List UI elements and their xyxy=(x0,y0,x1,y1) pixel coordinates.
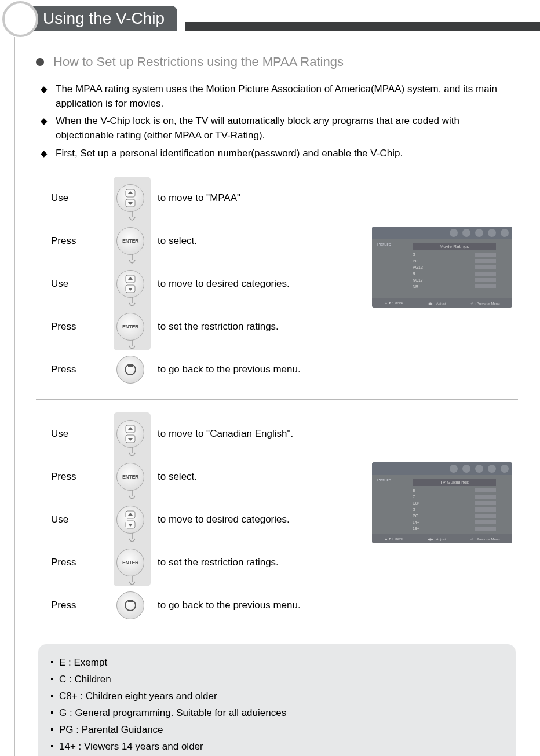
down-arrow-icon xyxy=(126,210,138,223)
title-bar: Using the V-Chip xyxy=(0,5,540,37)
up-down-button-icon xyxy=(116,420,144,448)
step-description: to move to "Canadian English". xyxy=(158,428,518,440)
down-arrow-icon xyxy=(126,575,138,587)
intro-line-1: The MPAA rating system uses the Motion P… xyxy=(56,82,518,111)
bullet-icon xyxy=(36,58,44,66)
rating-definition: 14+ : Viewers 14 years and older xyxy=(51,739,503,755)
down-arrow-icon xyxy=(126,532,138,545)
divider xyxy=(36,399,518,400)
step-action-label: Press xyxy=(51,364,103,375)
intro-line-3: First, Set up a personal identification … xyxy=(56,147,403,161)
step-action-label: Press xyxy=(51,321,103,333)
rating-definition: PG : Parental Guidance xyxy=(51,722,503,739)
step-action-label: Press xyxy=(51,471,103,483)
svg-rect-19 xyxy=(128,601,133,602)
rating-definition: E : Exempt xyxy=(51,655,503,671)
step-description: to move to "MPAA" xyxy=(158,192,518,204)
step-action-label: Press xyxy=(51,235,103,247)
diamond-icon: ◆ xyxy=(41,115,52,143)
steps-canadian: Picture TV Guidelines ECC8+GPG14+18+ ▲▼ … xyxy=(51,412,518,627)
down-arrow-icon xyxy=(126,446,138,459)
down-arrow-icon xyxy=(126,339,138,352)
step-description: to set the restriction ratings. xyxy=(158,321,518,333)
menu-button-icon xyxy=(116,356,144,384)
ratings-note-box: E : ExemptC : ChildrenC8+ : Children eig… xyxy=(38,644,516,756)
enter-button-icon: ENTER xyxy=(116,549,144,576)
up-down-button-icon xyxy=(116,270,144,298)
step-action-label: Press xyxy=(51,600,103,611)
diamond-icon: ◆ xyxy=(41,147,52,161)
enter-button-icon: ENTER xyxy=(116,227,144,255)
step-description: to go back to the previous menu. xyxy=(158,364,518,375)
svg-rect-9 xyxy=(128,365,133,367)
rating-definition: C : Children xyxy=(51,671,503,688)
step-row: Useto move to "MPAA" xyxy=(51,177,518,220)
section-heading: How to Set up Restrictions using the MPA… xyxy=(36,54,518,70)
enter-button-icon: ENTER xyxy=(116,463,144,491)
up-down-button-icon xyxy=(116,184,144,212)
diamond-icon: ◆ xyxy=(41,83,52,111)
step-row: Pressto go back to the previous menu. xyxy=(51,584,518,627)
steps-mpaa: Picture Movie Ratings GPGPG13RNC17NR ▲▼ … xyxy=(51,177,518,391)
menu-button-icon xyxy=(116,591,144,619)
intro-line-2: When the V-Chip lock is on, the TV will … xyxy=(56,114,518,143)
step-row: PressENTERto set the restriction ratings… xyxy=(51,541,518,584)
down-arrow-icon xyxy=(126,296,138,309)
rating-definition: G : General programming. Suitable for al… xyxy=(51,705,503,722)
step-action-label: Use xyxy=(51,192,103,204)
step-action-label: Use xyxy=(51,428,103,440)
step-description: to go back to the previous menu. xyxy=(158,600,518,611)
down-arrow-icon xyxy=(126,489,138,502)
step-description: to set the restriction ratings. xyxy=(158,557,518,568)
rating-definition: C8+ : Children eight years and older xyxy=(51,688,503,705)
tv-screenshot-2: Picture TV Guidelines ECC8+GPG14+18+ ▲▼ … xyxy=(372,462,512,543)
page-title: Using the V-Chip xyxy=(22,6,177,31)
intro-bullets: ◆ The MPAA rating system uses the Motion… xyxy=(41,82,518,160)
step-row: PressENTERto set the restriction ratings… xyxy=(51,305,518,348)
up-down-button-icon xyxy=(116,506,144,534)
tv-screenshot-1: Picture Movie Ratings GPGPG13RNC17NR ▲▼ … xyxy=(372,227,512,308)
down-arrow-icon xyxy=(126,253,138,266)
corner-circle xyxy=(2,1,38,37)
step-action-label: Press xyxy=(51,557,103,568)
step-row: Pressto go back to the previous menu. xyxy=(51,348,518,391)
step-action-label: Use xyxy=(51,514,103,525)
step-row: Useto move to "Canadian English". xyxy=(51,412,518,455)
section-heading-text: How to Set up Restrictions using the MPA… xyxy=(53,54,344,70)
enter-button-icon: ENTER xyxy=(116,313,144,341)
step-action-label: Use xyxy=(51,278,103,290)
title-stripe xyxy=(185,22,540,31)
